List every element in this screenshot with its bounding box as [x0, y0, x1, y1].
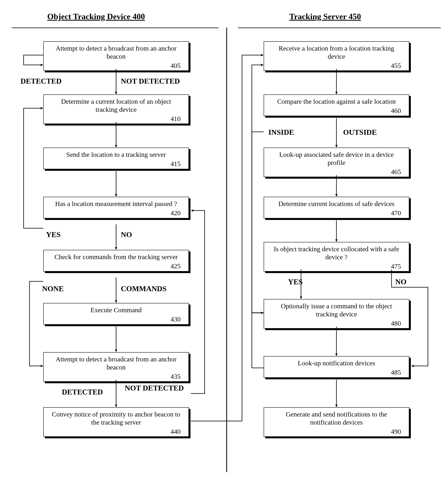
node-text: Determine a current location of an objec… — [52, 98, 181, 114]
label-no-420: NO — [120, 230, 133, 239]
label-outside-460: OUTSIDE — [342, 128, 377, 136]
node-425: Check for commands from the tracking ser… — [43, 250, 189, 271]
node-id: 480 — [272, 319, 401, 328]
node-id: 490 — [272, 428, 401, 436]
node-id: 465 — [272, 168, 401, 176]
label-not-detected-435: NOT DETECTED — [124, 384, 184, 392]
node-text: Send the location to a tracking server — [52, 151, 181, 159]
node-text: Check for commands from the tracking ser… — [52, 253, 181, 261]
node-id: 455 — [272, 62, 401, 70]
label-none-425: NONE — [41, 284, 64, 293]
node-id: 420 — [52, 209, 181, 217]
node-id: 475 — [272, 262, 401, 270]
node-text: Has a location measurement interval pass… — [52, 200, 181, 208]
node-id: 435 — [52, 373, 181, 381]
label-commands-425: COMMANDS — [120, 284, 167, 293]
node-405: Attempt to detect a broadcast from an an… — [43, 41, 189, 71]
label-no-475: NO — [394, 277, 407, 286]
node-text: Execute Command — [52, 306, 181, 314]
label-inside-460: INSIDE — [268, 128, 295, 136]
node-id: 410 — [52, 115, 181, 123]
node-430: Execute Command 430 — [43, 303, 189, 325]
heading-left: Object Tracking Device 400 — [47, 12, 145, 21]
node-id: 460 — [272, 107, 401, 115]
node-text: Attempt to detect a broadcast from an an… — [52, 44, 181, 61]
node-text: Look-up associated safe device in a devi… — [272, 151, 401, 167]
rule-left — [12, 28, 218, 28]
node-465: Look-up associated safe device in a devi… — [264, 148, 409, 177]
node-470: Determine current locations of safe devi… — [264, 197, 409, 218]
label-yes-420: YES — [45, 230, 61, 239]
heading-right: Tracking Server 450 — [289, 12, 361, 21]
node-id: 440 — [52, 428, 181, 436]
node-485: Look-up notification devices 485 — [264, 356, 409, 378]
node-text: Convey notice of proximity to anchor bea… — [52, 410, 181, 427]
rule-right — [238, 28, 441, 28]
label-yes-475: YES — [287, 277, 303, 286]
node-id: 485 — [272, 369, 401, 377]
node-480: Optionally issue a command to the object… — [264, 299, 409, 329]
node-text: Attempt to detect a broadcast from an an… — [52, 355, 181, 372]
node-435: Attempt to detect a broadcast from an an… — [43, 352, 189, 382]
arrows-svg — [6, 6, 442, 477]
label-not-detected-405: NOT DETECTED — [120, 77, 181, 85]
node-475: Is object tracking device collocated wit… — [264, 242, 409, 271]
label-detected-435: DETECTED — [61, 388, 104, 396]
node-455: Receive a location from a location track… — [264, 41, 409, 71]
node-id: 470 — [272, 209, 401, 217]
node-440: Convey notice of proximity to anchor bea… — [43, 407, 189, 437]
label-detected-405: DETECTED — [20, 77, 62, 85]
node-id: 405 — [52, 62, 181, 70]
node-text: Receive a location from a location track… — [272, 44, 401, 61]
node-490: Generate and send notifications to the n… — [264, 407, 409, 437]
flowchart-page: Object Tracking Device 400 Tracking Serv… — [6, 6, 442, 477]
node-text: Look-up notification devices — [272, 359, 401, 367]
node-text: Generate and send notifications to the n… — [272, 410, 401, 427]
node-text: Is object tracking device collocated wit… — [272, 245, 401, 261]
node-text: Compare the location against a safe loca… — [272, 98, 401, 106]
node-460: Compare the location against a safe loca… — [264, 95, 409, 116]
node-415: Send the location to a tracking server 4… — [43, 148, 189, 169]
node-410: Determine a current location of an objec… — [43, 95, 189, 124]
vertical-divider — [226, 28, 227, 472]
node-420: Has a location measurement interval pass… — [43, 197, 189, 218]
node-id: 415 — [52, 160, 181, 168]
node-id: 430 — [52, 315, 181, 324]
node-id: 425 — [52, 262, 181, 270]
node-text: Determine current locations of safe devi… — [272, 200, 401, 208]
node-text: Optionally issue a command to the object… — [272, 302, 401, 318]
